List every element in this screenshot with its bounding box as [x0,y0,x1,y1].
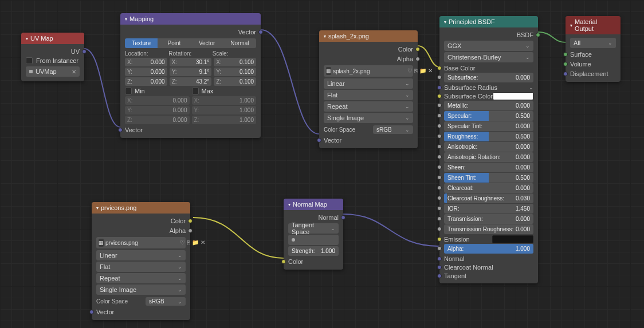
from-instancer-checkbox[interactable] [26,57,33,64]
minmax-cell[interactable]: Y:1.000 [192,106,257,114]
source-select[interactable]: Single Image⌄ [96,284,186,295]
socket-in[interactable] [437,196,442,200]
image-name-input[interactable] [333,68,406,74]
param-anisotropic-[interactable]: Anisotropic:0.000 [444,142,533,152]
close-icon[interactable]: ✕ [72,69,76,75]
socket-in-volume[interactable] [563,62,568,66]
vector-cell[interactable]: X:30.1° [170,58,212,66]
socket-in[interactable] [437,175,442,180]
fake-user-icon[interactable]: ♡ [180,239,185,247]
socket-in[interactable] [437,256,442,261]
socket-in[interactable] [437,185,442,190]
target-select[interactable]: All⌄ [570,38,616,48]
projection-select[interactable]: Flat⌄ [324,90,413,100]
socket-in[interactable] [437,246,442,251]
vector-cell[interactable]: Y:0.100 [214,68,256,76]
socket-in[interactable] [437,155,442,159]
colorspace-select[interactable]: sRGB⌄ [146,297,186,306]
colorspace-select[interactable]: sRGB⌄ [373,125,413,134]
projection-select[interactable]: Flat⌄ [96,262,186,272]
node-header[interactable]: ▾Mapping [120,13,261,25]
space-select[interactable]: Tangent Space⌄ [288,223,339,234]
node-normal-map[interactable]: ▾Normal Map Normal Tangent Space⌄ Streng… [284,199,343,270]
minmax-cell[interactable]: X:0.000 [125,96,190,105]
open-icon[interactable]: 📁 [192,239,199,247]
color-swatch[interactable] [493,92,533,100]
uvmap-field[interactable]: UVMap✕ [26,66,80,77]
node-header[interactable]: ▾Principled BSDF [439,16,538,27]
socket-in[interactable] [437,265,442,270]
socket-in-displacement[interactable] [563,72,568,76]
source-select[interactable]: Single Image⌄ [324,113,413,123]
node-header[interactable]: ▾splash_2x.png [319,30,418,42]
param-alpha-[interactable]: Alpha:1.000 [444,244,533,254]
open-icon[interactable]: 📁 [419,67,426,75]
socket-in[interactable] [437,94,442,98]
socket-in[interactable] [437,113,442,118]
param-metallic-[interactable]: Metallic:0.000 [444,101,533,110]
socket-in-vector[interactable] [89,310,94,314]
socket-in[interactable] [437,124,442,128]
node-principled-bsdf[interactable]: ▾Principled BSDF BSDF GGX⌄ Christensen-B… [439,16,538,283]
socket-out-vector[interactable] [258,30,263,34]
socket-in[interactable] [437,103,442,108]
image-name-input[interactable] [105,240,178,246]
socket-in-basecolor[interactable] [437,66,442,70]
socket-out-bsdf[interactable] [536,33,540,37]
chevron-down-icon[interactable]: ⌄ [529,85,533,90]
socket-in[interactable] [437,237,442,242]
param-ior-[interactable]: IOR:1.450 [444,204,533,214]
socket-in[interactable] [437,216,442,221]
socket-in[interactable] [437,165,442,169]
unlink-icon[interactable]: ✕ [428,67,433,75]
tab-normal[interactable]: Normal [223,38,256,48]
socket-in[interactable] [437,144,442,149]
param-specular-tint-[interactable]: Specular Tint:0.000 [444,121,533,131]
interpolation-select[interactable]: Linear⌄ [324,78,413,89]
tab-texture[interactable]: Texture [125,38,158,48]
tab-point[interactable]: Point [158,38,190,48]
vector-cell[interactable]: Y:0.000 [125,68,167,76]
param-sheen-[interactable]: Sheen:0.000 [444,163,533,172]
param-clearcoat-roughness-[interactable]: Clearcoat Roughness:0.030 [444,193,533,203]
mapping-type-tabs[interactable]: Texture Point Vector Normal [125,38,256,48]
socket-out-alpha[interactable] [188,228,193,233]
vector-cell[interactable]: Z:43.2° [170,77,212,86]
node-header[interactable]: ▾Material Output [566,16,621,34]
socket-out-color[interactable] [415,47,420,52]
vector-cell[interactable]: X:0.000 [125,58,167,66]
minmax-cell[interactable]: X:1.000 [192,96,257,105]
tab-vector[interactable]: Vector [191,38,223,48]
socket-in[interactable] [437,274,442,278]
node-header[interactable]: ▾prvicons.png [92,202,190,214]
vector-cell[interactable]: Z:0.000 [125,77,167,86]
socket-out-color[interactable] [188,219,193,223]
param-subsurface-[interactable]: Subsurface:0.000 [444,73,533,82]
color-swatch[interactable] [492,235,533,243]
socket-in[interactable] [437,85,442,90]
node-material-output[interactable]: ▾Material Output All⌄ Surface Volume Dis… [566,16,621,82]
vector-cell[interactable]: X:0.100 [214,58,256,66]
image-datablock[interactable]: ▦ ♡ ⎘ 📁 ✕ [324,65,413,77]
param-anisotropic-rotation-[interactable]: Anisotropic Rotation:0.000 [444,152,533,162]
minmax-cell[interactable]: Z:1.000 [192,116,257,124]
socket-in-vector[interactable] [317,138,321,143]
min-checkbox[interactable] [125,88,132,94]
socket-out-alpha[interactable] [415,57,420,61]
param-sheen-tint-[interactable]: Sheen Tint:0.500 [444,173,533,183]
interpolation-select[interactable]: Linear⌄ [96,250,186,260]
socket-in-surface[interactable] [563,52,568,57]
param-transmission-[interactable]: Transmission:0.000 [444,214,533,224]
param-specular-[interactable]: Specular:0.500 [444,111,533,121]
node-header[interactable]: ▾UV Map [21,33,84,44]
vector-cell[interactable]: Y:9.1° [170,68,212,76]
param-clearcoat-[interactable]: Clearcoat:0.000 [444,183,533,193]
socket-out-normal[interactable] [341,215,345,220]
strength-slider[interactable]: Strength:1.000 [288,246,339,256]
minmax-cell[interactable]: Z:0.000 [125,116,190,124]
socket-in-vector[interactable] [118,128,123,132]
socket-in[interactable] [437,75,442,80]
node-uv-map[interactable]: ▾UV Map UV From Instancer UVMap✕ [21,33,84,81]
uvmap-field[interactable] [288,235,339,245]
image-datablock[interactable]: ▦ ♡ ⎘ 📁 ✕ [96,237,186,248]
